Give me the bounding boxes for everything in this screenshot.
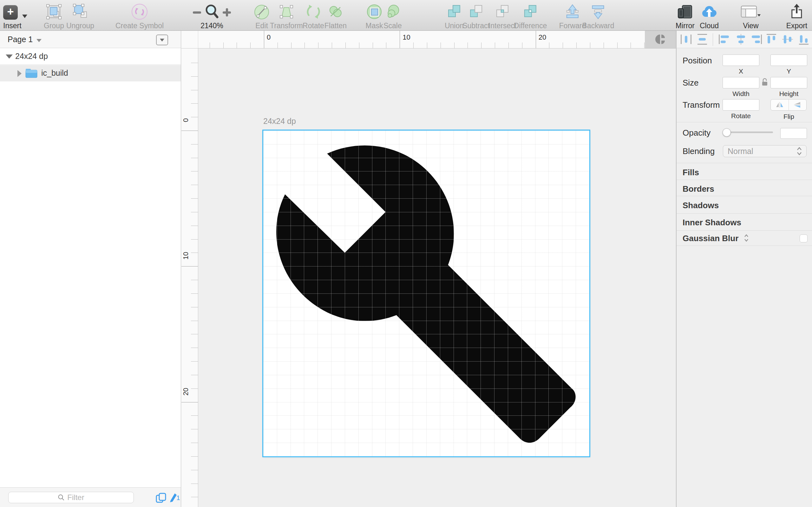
blending-dropdown[interactable]: Normal	[723, 145, 807, 157]
ruler-tick	[237, 43, 237, 48]
cloud-label: Cloud	[700, 21, 719, 30]
insert-button[interactable]: + Insert	[3, 3, 27, 30]
blending-label: Blending	[682, 147, 715, 156]
ruler-tick	[191, 158, 198, 158]
rotate-label: Rotate	[731, 112, 751, 120]
disclosure-closed-icon[interactable]	[17, 70, 21, 77]
flip-horizontal-button[interactable]	[771, 100, 789, 110]
backward-button[interactable]: Backward	[582, 3, 614, 30]
distribute-horizontally-icon[interactable]	[681, 34, 692, 45]
ruler-tick	[630, 43, 631, 48]
artboard-title[interactable]: 24x24 dp	[263, 117, 296, 126]
gaussian-blur-section-header[interactable]: Gaussian Blur	[682, 233, 749, 243]
inner-shadows-section-header[interactable]: Inner Shadows	[682, 218, 741, 228]
scale-icon	[384, 3, 402, 21]
align-left-icon[interactable]	[719, 34, 729, 45]
ungroup-button[interactable]: Ungroup	[66, 3, 94, 30]
view-button[interactable]: View	[740, 3, 762, 30]
page-list-button[interactable]	[156, 35, 168, 45]
union-button[interactable]: Union	[445, 3, 464, 30]
rotate-field[interactable]	[722, 99, 759, 111]
fills-section-header[interactable]: Fills	[682, 168, 699, 177]
ruler-tick-label: 20	[182, 385, 190, 399]
group-button[interactable]: Group	[44, 3, 64, 30]
artboard[interactable]	[263, 130, 589, 456]
view-label: View	[740, 21, 762, 30]
align-right-icon[interactable]	[751, 34, 762, 45]
ungroup-label: Ungroup	[66, 21, 94, 30]
align-top-icon[interactable]	[766, 34, 777, 45]
align-vertical-center-icon[interactable]	[782, 34, 793, 45]
flip-label: Flip	[783, 113, 794, 120]
mirror-button[interactable]: Mirror	[676, 3, 695, 30]
position-x-field[interactable]	[722, 55, 759, 66]
mask-button[interactable]: Mask	[365, 3, 383, 30]
gaussian-blur-checkbox[interactable]	[800, 234, 808, 242]
ruler-tick	[359, 43, 359, 48]
pen-icon[interactable]	[169, 492, 177, 504]
export-button[interactable]: Export	[786, 3, 807, 30]
position-label: Position	[682, 56, 712, 66]
stepper-icon[interactable]	[744, 234, 749, 242]
transform-button[interactable]: Transform	[270, 3, 303, 30]
ruler-tick	[191, 212, 198, 212]
plus-icon[interactable]: +	[3, 5, 18, 20]
ruler-tick	[427, 43, 427, 48]
zoom-in-button[interactable]	[223, 8, 231, 16]
difference-button[interactable]: Difference	[514, 3, 547, 30]
align-bottom-icon[interactable]	[798, 34, 809, 45]
rotate-button[interactable]: Rotate	[303, 3, 324, 30]
difference-icon	[514, 3, 547, 21]
ruler-tick	[191, 199, 198, 199]
filter-input[interactable]: Filter	[8, 492, 134, 503]
ruler-tick	[191, 389, 198, 389]
ruler-tick	[182, 266, 198, 267]
ruler-tick	[191, 171, 198, 171]
flip-vertical-icon	[793, 101, 802, 108]
zoom-out-button[interactable]	[193, 11, 201, 14]
intersect-button[interactable]: Intersect	[489, 3, 516, 30]
divider	[676, 230, 812, 231]
transform-icon	[270, 3, 303, 21]
flatten-label: Flatten	[324, 21, 347, 30]
ruler-tick	[563, 43, 563, 48]
ruler-tick	[291, 43, 292, 48]
scale-button[interactable]: Scale	[384, 3, 402, 30]
magnifier-icon[interactable]	[204, 3, 220, 20]
plugin-corner-button[interactable]	[645, 31, 676, 49]
size-width-field[interactable]	[722, 77, 759, 89]
edit-button[interactable]: Edit	[253, 3, 270, 30]
lock-icon[interactable]	[761, 78, 768, 88]
layers-sidebar: Page 1 24x24 dp ic_build	[0, 31, 181, 507]
position-y-field[interactable]	[770, 55, 807, 66]
flip-horizontal-icon	[775, 101, 784, 108]
ruler-tick	[191, 375, 198, 375]
chevron-down-icon[interactable]	[22, 14, 27, 18]
borders-section-header[interactable]: Borders	[682, 184, 714, 194]
disclosure-open-icon[interactable]	[6, 55, 13, 59]
subtract-button[interactable]: Subtract	[462, 3, 490, 30]
page-selector[interactable]: Page 1	[8, 35, 42, 44]
union-icon	[445, 3, 464, 21]
layer-row-artboard[interactable]: 24x24 dp	[0, 48, 181, 65]
ruler-tick	[191, 144, 198, 145]
rotate-label: Rotate	[303, 21, 324, 30]
cloud-icon	[700, 3, 719, 21]
layer-row-folder[interactable]: ic_build	[0, 65, 181, 81]
align-horizontal-center-icon[interactable]	[735, 34, 746, 45]
opacity-slider-knob[interactable]	[722, 128, 731, 136]
create-symbol-button[interactable]: Create Symbol	[115, 3, 164, 30]
size-label: Size	[682, 78, 699, 88]
flatten-button[interactable]: Flatten	[324, 3, 347, 30]
opacity-value-field[interactable]	[780, 128, 807, 139]
x-axis-label: X	[739, 67, 743, 75]
group-label: Group	[44, 21, 64, 30]
distribute-vertically-icon[interactable]	[697, 34, 708, 45]
cloud-button[interactable]: Cloud	[700, 3, 719, 30]
size-height-field[interactable]	[770, 77, 807, 89]
shadows-section-header[interactable]: Shadows	[682, 201, 719, 210]
artboard-layer-label: 24x24 dp	[15, 52, 48, 61]
zoom-level: 2140%	[193, 21, 231, 30]
flip-vertical-button[interactable]	[789, 100, 807, 110]
pages-icon[interactable]	[155, 492, 167, 505]
